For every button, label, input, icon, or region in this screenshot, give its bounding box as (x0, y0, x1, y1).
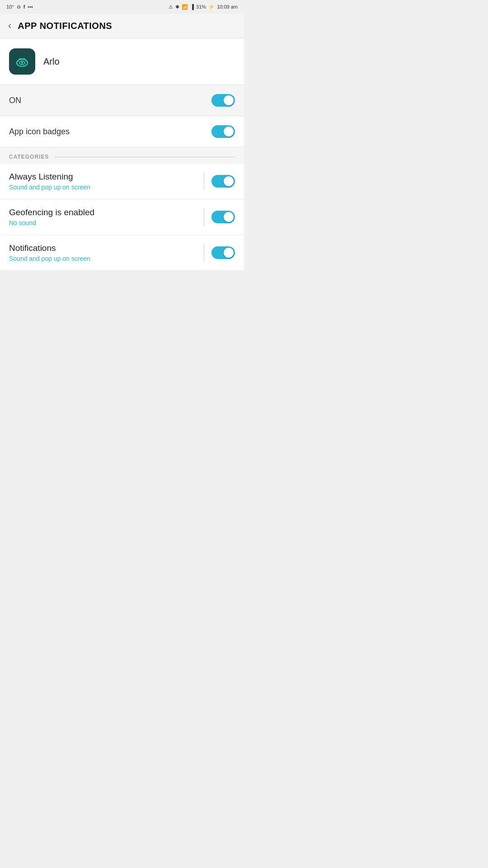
category-item: Always Listening Sound and pop up on scr… (0, 164, 244, 199)
app-icon (9, 48, 35, 75)
page-title: APP NOTIFICATIONS (18, 21, 112, 31)
bluetooth-icon: ✱ (175, 4, 179, 10)
charging-icon: ⚡ (208, 4, 215, 10)
temperature-label: 10° (6, 4, 14, 9)
svg-point-3 (23, 58, 25, 60)
back-button[interactable]: ‹ (8, 20, 11, 32)
badges-label: App icon badges (9, 127, 70, 137)
on-label: ON (9, 96, 21, 105)
app-name-label: Arlo (43, 57, 60, 67)
category-name-2: Notifications (9, 243, 197, 253)
alert-icon: ⚠ (169, 4, 173, 10)
category-divider-2 (204, 244, 204, 262)
status-left: 10° ⊖ f ••• (6, 4, 33, 10)
category-toggle-0[interactable] (211, 175, 235, 188)
on-toggle[interactable] (211, 94, 235, 107)
categories-list: Always Listening Sound and pop up on scr… (0, 164, 244, 271)
category-item: Geofencing is enabled No sound (0, 199, 244, 235)
category-sub-0: Sound and pop up on screen (9, 184, 197, 191)
status-bar: 10° ⊖ f ••• ⚠ ✱ 📶 ▐ 31% ⚡ 10:09 am (0, 0, 244, 14)
more-icon: ••• (28, 4, 33, 9)
wifi-icon: 📶 (182, 4, 188, 10)
categories-divider-line (54, 157, 235, 157)
battery-text: 31% (196, 4, 206, 9)
on-toggle-row: ON (0, 85, 244, 116)
category-item: Notifications Sound and pop up on screen (0, 235, 244, 271)
time-label: 10:09 am (217, 4, 238, 9)
status-right: ⚠ ✱ 📶 ▐ 31% ⚡ 10:09 am (169, 4, 238, 10)
category-text-2: Notifications Sound and pop up on screen (9, 243, 197, 262)
category-divider-1 (204, 208, 204, 226)
categories-label: CATEGORIES (9, 154, 49, 160)
badges-toggle-row: App icon badges (0, 116, 244, 147)
svg-point-2 (21, 62, 23, 64)
category-sub-2: Sound and pop up on screen (9, 255, 197, 262)
no-disturb-icon: ⊖ (17, 4, 21, 10)
category-text-0: Always Listening Sound and pop up on scr… (9, 172, 197, 191)
categories-header: CATEGORIES (0, 147, 244, 164)
category-sub-1: No sound (9, 219, 197, 226)
category-name-1: Geofencing is enabled (9, 208, 197, 217)
category-text-1: Geofencing is enabled No sound (9, 208, 197, 226)
signal-icon: ▐ (190, 4, 194, 9)
app-notifications-header: ‹ APP NOTIFICATIONS (0, 14, 244, 38)
category-name-0: Always Listening (9, 172, 197, 182)
category-toggle-2[interactable] (211, 246, 235, 259)
badges-toggle[interactable] (211, 125, 235, 138)
app-info-section: Arlo (0, 38, 244, 85)
facebook-icon: f (23, 4, 25, 9)
category-divider-0 (204, 172, 204, 190)
category-toggle-1[interactable] (211, 211, 235, 223)
